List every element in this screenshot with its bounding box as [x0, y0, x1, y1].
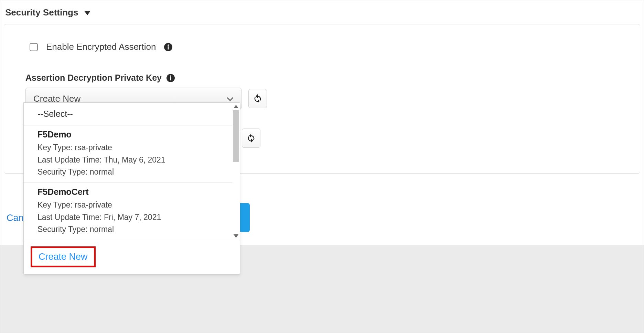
dropdown-option[interactable]: F5Demo Key Type: rsa-private Last Update…	[24, 125, 240, 183]
decryption-key-label: Assertion Decryption Private Key	[25, 73, 619, 83]
refresh-button[interactable]	[242, 129, 260, 148]
option-name: F5DemoCert	[37, 187, 229, 197]
dropdown-footer: Create New	[24, 240, 240, 274]
option-name: F5Demo	[37, 130, 229, 140]
enable-encrypted-label: Enable Encrypted Assertion	[46, 42, 156, 52]
scrollbar[interactable]	[232, 103, 240, 240]
dropdown-placeholder[interactable]: --Select--	[24, 103, 240, 125]
info-icon[interactable]	[164, 43, 172, 51]
scrollbar-thumb[interactable]	[233, 110, 239, 162]
enable-encrypted-row: Enable Encrypted Assertion	[25, 42, 619, 52]
decryption-key-label-text: Assertion Decryption Private Key	[25, 73, 162, 83]
option-meta: Key Type: rsa-private Last Update Time: …	[37, 142, 229, 178]
caret-down-icon	[84, 7, 90, 18]
enable-encrypted-checkbox[interactable]	[30, 43, 38, 51]
scroll-up-icon[interactable]	[233, 103, 239, 110]
cancel-button[interactable]: Can	[7, 213, 24, 223]
refresh-button[interactable]	[248, 89, 267, 108]
svg-rect-1	[168, 46, 169, 49]
svg-rect-4	[170, 77, 171, 80]
scroll-down-icon[interactable]	[233, 233, 239, 239]
section-header[interactable]: Security Settings	[0, 0, 644, 21]
dropdown-option[interactable]: F5DemoCert Key Type: rsa-private Last Up…	[24, 183, 240, 240]
section-title-text: Security Settings	[5, 7, 78, 18]
svg-point-2	[168, 44, 169, 46]
create-new-option[interactable]: Create New	[31, 246, 96, 267]
svg-point-5	[170, 75, 171, 77]
decryption-key-dropdown: --Select-- F5Demo Key Type: rsa-private …	[23, 102, 240, 275]
option-meta: Key Type: rsa-private Last Update Time: …	[37, 199, 229, 236]
info-icon[interactable]	[167, 74, 175, 82]
